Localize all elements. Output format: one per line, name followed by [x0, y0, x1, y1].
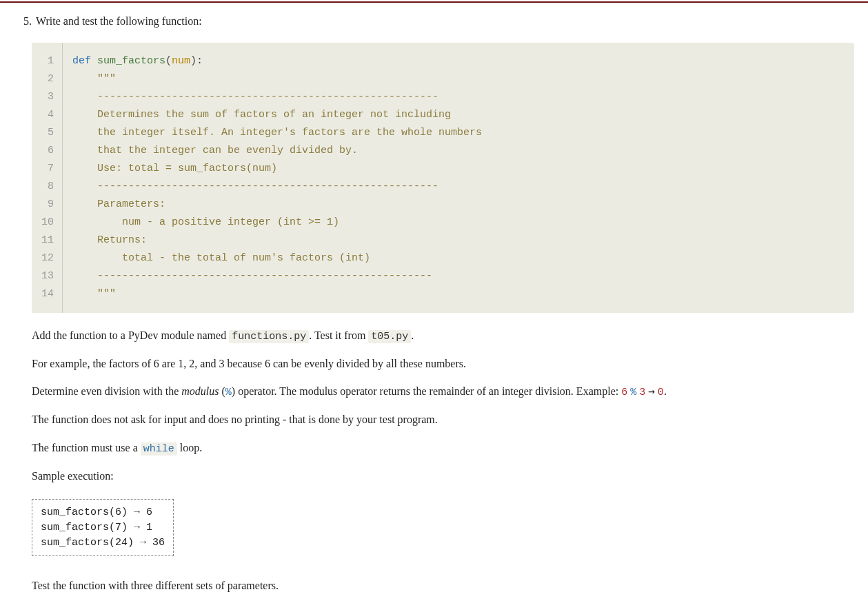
paragraph-modulus: Determine even division with the modulus…: [32, 384, 854, 400]
line-number: 7: [32, 160, 62, 178]
line-number: 10: [32, 214, 62, 232]
code-line: Use: total = sum_factors(num): [72, 160, 482, 178]
code-line: total - the total of num's factors (int): [72, 249, 482, 267]
code-block: 1234567891011121314 def sum_factors(num)…: [32, 43, 854, 313]
line-number: 1: [32, 52, 62, 70]
line-number: 9: [32, 196, 62, 214]
line-number: 4: [32, 106, 62, 124]
text: Add the function to a PyDev module named: [32, 329, 229, 341]
paragraph-while: The function must use a while loop.: [32, 440, 854, 456]
paragraph-example-factors: For example, the factors of 6 are 1, 2, …: [32, 356, 854, 371]
inline-code-filename: t05.py: [368, 330, 411, 343]
line-number: 2: [32, 70, 62, 88]
line-number: 14: [32, 285, 62, 303]
line-number: 6: [32, 142, 62, 160]
line-number: 5: [32, 124, 62, 142]
sample-output-box: sum_factors(6) → 6 sum_factors(7) → 1 su…: [32, 499, 174, 556]
code-line: ----------------------------------------…: [72, 267, 482, 285]
question-number: 5.: [14, 15, 36, 28]
example-num: 0: [658, 387, 664, 398]
text: .: [411, 329, 414, 341]
page: 5. Write and test the following function…: [0, 1, 868, 592]
code-line: ----------------------------------------…: [72, 178, 482, 196]
code-content: def sum_factors(num): """ --------------…: [63, 43, 492, 313]
operator-percent: %: [225, 387, 232, 398]
code-line: Determines the sum of factors of an inte…: [72, 106, 482, 124]
code-line: num - a positive integer (int >= 1): [72, 214, 482, 232]
code-line: the integer itself. An integer's factors…: [72, 124, 482, 142]
text: ) operator. The modulus operator returns…: [232, 385, 621, 397]
inline-code-filename: functions.py: [229, 330, 309, 343]
line-number: 11: [32, 232, 62, 249]
code-line: """: [72, 285, 482, 303]
question-row: 5. Write and test the following function…: [14, 15, 854, 28]
example-op: %: [630, 387, 636, 398]
question-prompt: Write and test the following function:: [36, 15, 854, 28]
code-line: """: [72, 70, 482, 88]
text: The function must use a: [32, 442, 141, 453]
line-number: 13: [32, 267, 62, 285]
text: (: [219, 385, 225, 397]
code-line: that the integer can be evenly divided b…: [72, 142, 482, 160]
example-num: 6: [621, 387, 627, 398]
instructions: Add the function to a PyDev module named…: [32, 328, 854, 592]
emphasis-modulus: modulus: [181, 385, 219, 397]
text: .: [664, 385, 667, 397]
paragraph-sample-label: Sample execution:: [32, 469, 854, 484]
text: . Test it from: [309, 329, 368, 341]
code-line: Returns:: [72, 232, 482, 249]
paragraph-closing: Test the function with three different s…: [32, 578, 854, 592]
arrow-icon: →: [648, 385, 655, 398]
line-number: 12: [32, 249, 62, 267]
example-num: 3: [639, 387, 645, 398]
code-line: def sum_factors(num):: [72, 52, 482, 70]
text: Determine even division with the: [32, 385, 181, 397]
paragraph-module: Add the function to a PyDev module named…: [32, 328, 854, 344]
text: loop.: [177, 442, 202, 453]
line-number-gutter: 1234567891011121314: [32, 43, 63, 313]
code-line: Parameters:: [72, 196, 482, 214]
code-line: ----------------------------------------…: [72, 88, 482, 106]
paragraph-no-input: The function does not ask for input and …: [32, 412, 854, 427]
inline-code-keyword: while: [141, 442, 177, 456]
line-number: 8: [32, 178, 62, 196]
line-number: 3: [32, 88, 62, 106]
